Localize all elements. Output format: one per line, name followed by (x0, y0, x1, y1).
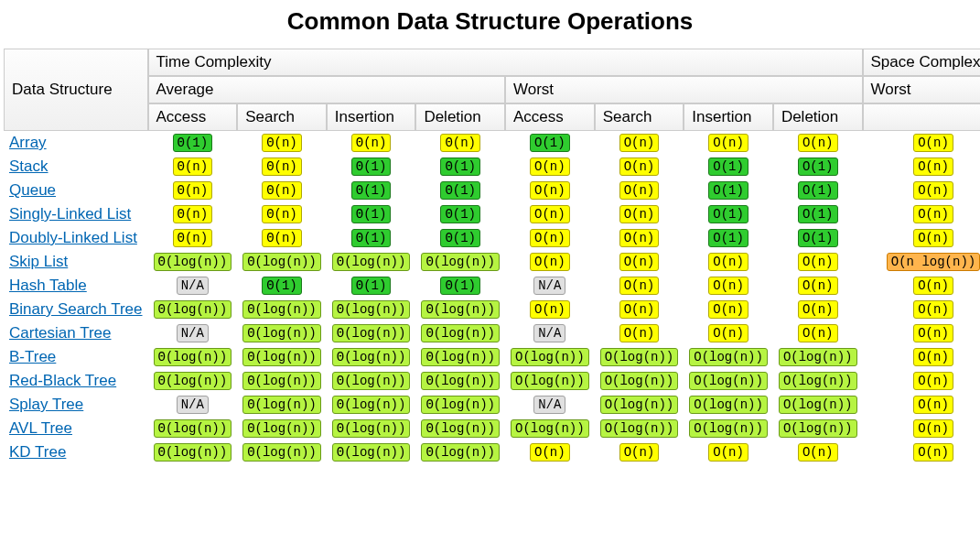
complexity-chip: O(n) (530, 253, 570, 271)
page-title: Common Data Structure Operations (4, 7, 976, 36)
complexity-chip: Θ(log(n)) (421, 348, 500, 366)
complexity-chip: Θ(1) (351, 158, 392, 176)
header-time: Time Complexity (148, 49, 863, 76)
table-body: ArrayΘ(1)Θ(n)Θ(n)Θ(n)O(1)O(n)O(n)O(n)O(n… (4, 131, 980, 464)
header-op-insertion-worst: Insertion (684, 103, 773, 131)
table-row: B-TreeΘ(log(n))Θ(log(n))Θ(log(n))Θ(log(n… (4, 345, 980, 369)
ds-link[interactable]: Hash Table (9, 277, 87, 294)
complexity-chip: O(1) (798, 229, 838, 247)
complexity-chip: O(log(n)) (689, 419, 768, 438)
complexity-chip: O(log(n)) (779, 372, 857, 390)
complexity-chip: O(n) (798, 253, 838, 271)
complexity-chip: Θ(1) (440, 277, 480, 295)
table-row: KD TreeΘ(log(n))Θ(log(n))Θ(log(n))Θ(log(… (4, 440, 980, 464)
complexity-chip: O(n) (619, 300, 660, 319)
complexity-chip: N/A (177, 396, 209, 414)
ds-link[interactable]: Red-Black Tree (9, 372, 116, 389)
complexity-chip: O(n) (708, 134, 748, 152)
complexity-chip: O(log(n)) (511, 348, 589, 366)
complexity-chip: Θ(log(n)) (332, 253, 411, 271)
complexity-chip: Θ(n) (262, 205, 302, 223)
complexity-chip: O(n) (913, 134, 953, 152)
complexity-chip: O(n) (619, 181, 660, 200)
table-row: AVL TreeΘ(log(n))Θ(log(n))Θ(log(n))Θ(log… (4, 417, 980, 440)
complexity-chip: Θ(1) (351, 205, 392, 223)
ds-link[interactable]: Queue (9, 181, 56, 199)
ds-link[interactable]: AVL Tree (9, 419, 72, 437)
complexity-chip: O(n) (619, 229, 660, 247)
ds-link[interactable]: Skip List (9, 253, 68, 270)
complexity-chip: O(log(n)) (689, 372, 768, 390)
complexity-chip: Θ(n) (440, 134, 480, 152)
complexity-chip: O(n) (708, 277, 748, 295)
complexity-chip: O(log(n)) (511, 372, 589, 390)
complexity-chip: Θ(log(n)) (154, 443, 232, 462)
complexity-chip: O(1) (708, 205, 748, 223)
ds-link[interactable]: Singly-Linked List (9, 205, 131, 223)
ds-link[interactable]: Doubly-Linked List (9, 229, 137, 246)
ds-link[interactable]: KD Tree (9, 443, 66, 461)
table-row: Red-Black TreeΘ(log(n))Θ(log(n))Θ(log(n)… (4, 369, 980, 393)
complexity-chip: O(log(n)) (779, 348, 857, 366)
complexity-chip: Θ(log(n)) (242, 419, 321, 438)
header-average: Average (148, 76, 506, 103)
complexity-chip: Θ(log(n)) (154, 372, 232, 390)
ds-link[interactable]: Array (9, 134, 47, 151)
complexity-chip: O(n) (530, 443, 570, 462)
header-worst-space: Worst (863, 76, 980, 103)
complexity-chip: O(n) (530, 158, 570, 176)
complexity-chip: Θ(1) (440, 205, 480, 223)
complexity-chip: Θ(log(n)) (332, 396, 411, 414)
complexity-chip: Θ(log(n)) (242, 300, 321, 319)
complexity-chip: O(n) (798, 134, 838, 152)
header-op-search-avg: Search (237, 103, 327, 131)
complexity-chip: O(log(n)) (689, 396, 768, 414)
complexity-chip: N/A (533, 396, 565, 414)
complexity-chip: Θ(1) (440, 158, 480, 176)
complexity-chip: Θ(log(n)) (242, 443, 321, 462)
complexity-chip: O(n) (708, 300, 748, 319)
header-data-structure: Data Structure (4, 49, 148, 131)
ds-link[interactable]: Stack (9, 158, 48, 175)
complexity-chip: O(n) (530, 300, 570, 319)
table-row: Splay TreeN/AΘ(log(n))Θ(log(n))Θ(log(n))… (4, 393, 980, 417)
complexity-chip: Θ(log(n)) (242, 372, 321, 390)
complexity-chip: Θ(1) (351, 277, 392, 295)
complexity-chip: Θ(log(n)) (332, 300, 411, 319)
ds-link[interactable]: Binary Search Tree (9, 300, 143, 318)
complexity-chip: N/A (533, 277, 565, 295)
complexity-chip: O(n) (530, 229, 570, 247)
complexity-chip: Θ(log(n)) (421, 396, 500, 414)
complexity-chip: N/A (533, 324, 565, 342)
complexity-chip: O(n) (913, 300, 953, 319)
complexity-chip: O(n) (913, 229, 953, 247)
complexity-chip: Θ(log(n)) (242, 324, 321, 342)
complexity-chip: O(n) (619, 324, 660, 342)
complexity-chip: O(1) (798, 158, 838, 176)
complexity-chip: O(log(n)) (600, 348, 679, 366)
ds-link[interactable]: Splay Tree (9, 396, 83, 413)
complexity-chip: Θ(1) (262, 277, 302, 295)
complexity-chip: O(n) (530, 205, 570, 223)
complexity-chip: Θ(log(n)) (332, 443, 411, 462)
complexity-chip: Θ(log(n)) (154, 419, 232, 438)
ds-link[interactable]: Cartesian Tree (9, 324, 112, 342)
complexity-chip: Θ(1) (440, 181, 480, 200)
complexity-chip: Θ(1) (351, 181, 392, 200)
complexity-chip: Θ(n) (173, 205, 213, 223)
complexity-table: Data Structure Time Complexity Space Com… (4, 49, 980, 464)
table-row: Singly-Linked ListΘ(n)Θ(n)Θ(1)Θ(1)O(n)O(… (4, 202, 980, 226)
complexity-chip: Θ(n) (262, 158, 302, 176)
table-row: Binary Search TreeΘ(log(n))Θ(log(n))Θ(lo… (4, 298, 980, 321)
complexity-chip: O(log(n)) (689, 348, 768, 366)
table-row: StackΘ(n)Θ(n)Θ(1)Θ(1)O(n)O(n)O(1)O(1)O(n… (4, 155, 980, 179)
complexity-chip: O(n) (798, 324, 838, 342)
complexity-chip: O(n) (913, 158, 953, 176)
complexity-chip: O(1) (708, 158, 748, 176)
complexity-chip: O(n) (619, 253, 660, 271)
complexity-chip: O(log(n)) (600, 396, 679, 414)
ds-link[interactable]: B-Tree (9, 348, 56, 365)
complexity-chip: O(n) (913, 443, 953, 462)
complexity-chip: O(n) (798, 277, 838, 295)
complexity-chip: Θ(log(n)) (154, 300, 232, 319)
